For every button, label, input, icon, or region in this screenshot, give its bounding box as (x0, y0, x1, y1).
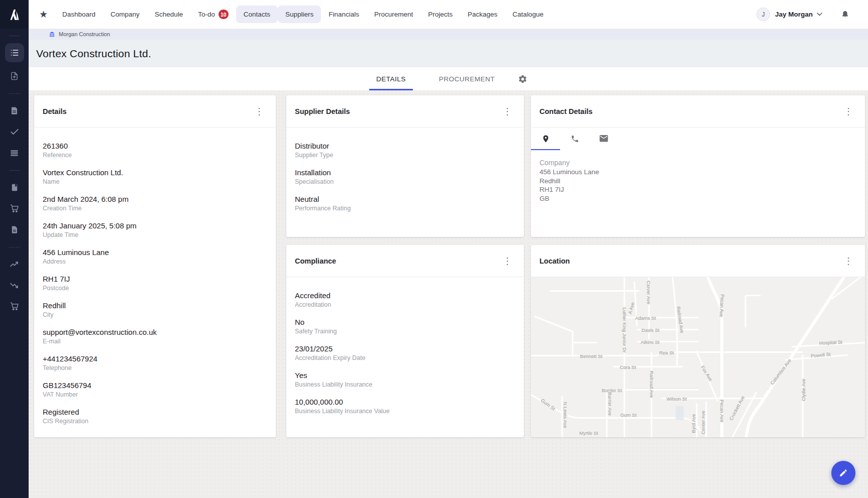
top-navbar: ★ Dashboard Company Schedule To-do 10 (29, 0, 868, 29)
card-title: Contact Details (539, 107, 842, 115)
sidebar-item-procurement-cart[interactable] (5, 297, 24, 316)
sidebar-item-invoices[interactable] (5, 220, 24, 239)
field: GB123456794 VAT Number (43, 380, 267, 399)
kebab-menu-icon[interactable]: ⋮ (842, 105, 855, 118)
contact-details-card: Contact Details ⋮ Company 456 Luminous L… (531, 95, 865, 237)
breadcrumb[interactable]: Morgan Construction (49, 31, 110, 38)
edit-fab-button[interactable] (831, 461, 855, 485)
map-canvas[interactable]: Luther King Junior Dr A Ave Carver Ave A… (531, 277, 865, 437)
sidebar-item-income[interactable] (5, 255, 24, 274)
sidebar-divider (9, 36, 20, 36)
nav-item[interactable]: Procurement (367, 6, 420, 23)
user-avatar[interactable]: J (756, 8, 770, 21)
field: Distributor Supplier Type (295, 141, 515, 160)
nav-item[interactable]: To-do 10 (190, 5, 236, 24)
field-label: City (43, 311, 267, 319)
sidebar-item-catalogue-book[interactable] (5, 178, 24, 197)
street-label: Powell St (810, 351, 831, 358)
street-label: Clydie Ave (801, 379, 806, 401)
breadcrumb-company: Morgan Construction (59, 31, 110, 37)
field: 456 Luminous Lane Address (43, 247, 267, 266)
field: 2nd March 2024, 6:08 pm Creation Time (43, 194, 267, 213)
sidebar-item-documents[interactable] (5, 101, 24, 120)
sidebar-divider (9, 93, 20, 94)
tab-address[interactable] (531, 128, 560, 150)
nav-item[interactable]: Company (103, 6, 147, 23)
book-icon (10, 183, 19, 192)
compliance-card-header: Compliance ⋮ (286, 245, 524, 277)
invoice-document-icon (10, 225, 19, 234)
field-value: 24th January 2025, 5:08 pm (43, 220, 267, 231)
kebab-menu-icon[interactable]: ⋮ (842, 255, 855, 268)
tab-phone[interactable] (560, 128, 589, 150)
field-label: Supplier Type (295, 151, 515, 160)
field-label: Business Liability Insurance (295, 381, 515, 389)
field: Redhill City (43, 300, 267, 319)
tab-settings-gear-icon[interactable] (518, 74, 527, 84)
field: Vortex Construction Ltd. Name (43, 167, 267, 186)
sidebar-item-file-upload[interactable] (5, 66, 24, 85)
sidebar-item-list[interactable] (5, 43, 24, 62)
field: Neutral Performance Rating (295, 194, 515, 213)
kebab-menu-icon[interactable]: ⋮ (501, 255, 514, 268)
field-label: Postcode (43, 284, 267, 293)
street-label: Wilson St (667, 396, 687, 402)
nav-item[interactable]: Financials (321, 6, 367, 23)
street-label: Rea St (659, 350, 674, 355)
field-label: E-mail (43, 337, 267, 346)
nav-item[interactable]: Dashboard (55, 6, 103, 23)
nav-item[interactable]: Projects (420, 6, 460, 23)
field-value: No (295, 317, 515, 327)
field: support@vortexconstruction.co.uk E-mail (43, 327, 267, 346)
sidebar-item-rows[interactable] (5, 143, 24, 162)
details-fields: 261360 Reference Vortex Construction Ltd… (34, 128, 276, 426)
map-building (676, 406, 684, 420)
street-label: Pecan Ave (719, 400, 725, 422)
location-card-header: Location ⋮ (531, 245, 865, 277)
field-value: Neutral (295, 194, 515, 204)
field-label: VAT Number (43, 391, 267, 399)
chevron-down-icon[interactable] (817, 13, 822, 16)
nav-item[interactable]: Contacts (236, 6, 278, 23)
street-label: Barrier Ave (607, 392, 613, 416)
field: Yes Business Liability Insurance (295, 370, 515, 389)
details-card: Details ⋮ 261360 Reference Vortex Constr… (34, 95, 276, 437)
field-value: 261360 (43, 141, 267, 151)
address-line: Redhill (539, 177, 856, 186)
kebab-menu-icon[interactable]: ⋮ (253, 105, 266, 118)
navbar-right: J Jay Morgan (756, 0, 850, 29)
sidebar-divider (9, 170, 20, 171)
tab-email[interactable] (589, 128, 618, 150)
kebab-menu-icon[interactable]: ⋮ (501, 105, 514, 118)
notifications-bell-icon[interactable] (840, 10, 850, 20)
nav-item[interactable]: Suppliers (278, 6, 321, 23)
field-value: Yes (295, 370, 515, 381)
field-label: Safety Training (295, 327, 515, 336)
nav-item[interactable]: Schedule (147, 6, 190, 23)
tab-details[interactable]: DETAILS (369, 67, 413, 90)
user-name[interactable]: Jay Morgan (775, 11, 813, 18)
nav-item[interactable]: Packages (460, 6, 505, 23)
page-header: Vortex Construction Ltd. (29, 40, 868, 67)
list-icon (10, 48, 20, 58)
favorite-star-icon[interactable]: ★ (39, 10, 48, 19)
sidebar-divider (9, 247, 20, 247)
field: 24th January 2025, 5:08 pm Update Time (43, 220, 267, 239)
sidebar-item-purchases[interactable] (5, 199, 24, 218)
field: 10,000,000.00 Business Liability Insuran… (295, 397, 515, 416)
compliance-fields: Accredited Accreditation No Safety Train… (286, 277, 524, 416)
field-value: support@vortexconstruction.co.uk (43, 327, 267, 337)
sidebar-item-expenses[interactable] (5, 276, 24, 295)
app-logo[interactable] (0, 0, 29, 29)
sidebar-item-approvals[interactable] (5, 122, 24, 141)
field-value: Registered (43, 407, 267, 417)
location-card: Location ⋮ (531, 245, 865, 437)
field-value: +441234567924 (43, 353, 267, 364)
street-label: Gum St (540, 398, 557, 412)
address-lines: 456 Luminous LaneRedhillRH1 7IJGB (539, 168, 856, 203)
nav-item[interactable]: Catalogue (505, 6, 551, 23)
tab-procurement[interactable]: PROCUREMENT (432, 67, 502, 90)
street-map: Luther King Junior Dr A Ave Carver Ave A… (531, 277, 865, 437)
check-icon (10, 127, 20, 137)
street-label: A Ave (627, 302, 635, 315)
